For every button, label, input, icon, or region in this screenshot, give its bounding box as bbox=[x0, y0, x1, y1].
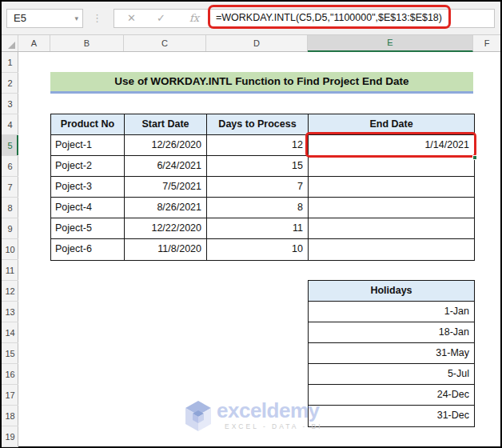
table-row: Poject-5 12/22/2020 11 bbox=[51, 218, 474, 239]
name-box-dropdown-icon[interactable]: ▾ bbox=[74, 10, 78, 27]
product-cell[interactable]: Poject-4 bbox=[51, 198, 125, 218]
row-header-2[interactable]: 2 bbox=[2, 73, 18, 94]
watermark: exceldemy EXCEL - DATA - BI bbox=[184, 399, 323, 433]
table-row: Poject-6 11/8/2020 10 bbox=[51, 239, 474, 260]
column-header-b[interactable]: B bbox=[50, 35, 124, 51]
project-table-header-row: Product No Start Date Days to Process En… bbox=[51, 114, 474, 135]
product-cell[interactable]: Poject-3 bbox=[51, 177, 125, 198]
start-date-cell[interactable]: 11/8/2020 bbox=[125, 239, 207, 260]
row-header-14[interactable]: 14 bbox=[2, 322, 18, 343]
row-header-7[interactable]: 7 bbox=[2, 177, 18, 198]
name-box-input[interactable]: E5 ▾ bbox=[6, 9, 83, 28]
column-header-a[interactable]: A bbox=[18, 35, 50, 51]
days-cell[interactable]: 12 bbox=[207, 135, 309, 156]
corner-triangle-icon bbox=[8, 42, 15, 49]
holiday-cell[interactable]: 18-Jan bbox=[309, 322, 474, 343]
formula-bar-separator-dots-icon: ⋮ bbox=[92, 9, 102, 28]
header-cell-end-date[interactable]: End Date bbox=[309, 114, 474, 135]
formula-bar-strip: E5 ▾ ⋮ ✕ ✓ fx =WORKDAY.INTL(C5,D5,"11000… bbox=[2, 2, 500, 35]
product-cell[interactable]: Poject-5 bbox=[51, 218, 125, 239]
row-header-3[interactable]: 3 bbox=[2, 94, 18, 114]
holiday-cell[interactable]: 5-Jul bbox=[309, 364, 474, 385]
column-header-e-active[interactable]: E bbox=[308, 35, 473, 52]
exceldemy-logo-icon bbox=[184, 399, 213, 433]
end-date-cell[interactable] bbox=[309, 177, 474, 198]
start-date-cell[interactable]: 8/26/2021 bbox=[125, 198, 207, 218]
start-date-cell[interactable]: 12/22/2020 bbox=[125, 218, 207, 239]
row-header-11[interactable]: 11 bbox=[2, 260, 18, 281]
row-header-17[interactable]: 17 bbox=[2, 385, 18, 406]
end-date-cell[interactable] bbox=[309, 218, 474, 239]
column-header-row: A B C D E F bbox=[2, 35, 500, 52]
name-box-value: E5 bbox=[14, 12, 26, 24]
holidays-table: Holidays 1-Jan 18-Jan 31-May 5-Jul 24-De… bbox=[308, 280, 475, 427]
cancel-button[interactable]: ✕ bbox=[127, 10, 136, 27]
table-row: Poject-4 8/26/2021 8 bbox=[51, 198, 474, 218]
row-header-5-active[interactable]: 5 bbox=[2, 135, 18, 156]
holiday-cell[interactable]: 24-Dec bbox=[309, 385, 474, 406]
days-cell[interactable]: 15 bbox=[207, 156, 309, 177]
header-cell-start-date[interactable]: Start Date bbox=[125, 114, 207, 135]
row-header-9[interactable]: 9 bbox=[2, 218, 18, 239]
select-all-button[interactable] bbox=[2, 35, 18, 51]
column-header-d[interactable]: D bbox=[206, 35, 308, 51]
end-date-cell[interactable] bbox=[309, 198, 474, 218]
holiday-cell[interactable]: 31-May bbox=[309, 343, 474, 364]
column-header-c[interactable]: C bbox=[124, 35, 206, 51]
row-header-6[interactable]: 6 bbox=[2, 156, 18, 177]
watermark-tagline: EXCEL - DATA - BI bbox=[217, 422, 323, 430]
row-header-16[interactable]: 16 bbox=[2, 364, 18, 385]
row-header-18[interactable]: 18 bbox=[2, 406, 18, 426]
row-header-15[interactable]: 15 bbox=[2, 343, 18, 364]
formula-input[interactable]: =WORKDAY.INTL(C5,D5,"1100000",$E$13:$E$1… bbox=[216, 9, 446, 28]
excel-window: E5 ▾ ⋮ ✕ ✓ fx =WORKDAY.INTL(C5,D5,"11000… bbox=[2, 2, 500, 446]
header-cell-days-to-process[interactable]: Days to Process bbox=[207, 114, 309, 135]
row-header-8[interactable]: 8 bbox=[2, 198, 18, 218]
fill-handle[interactable] bbox=[472, 155, 477, 160]
holidays-header-cell[interactable]: Holidays bbox=[309, 281, 474, 302]
insert-function-button[interactable]: fx bbox=[189, 10, 199, 27]
header-cell-product-no[interactable]: Product No bbox=[51, 114, 125, 135]
row-header-1[interactable]: 1 bbox=[2, 52, 18, 73]
start-date-cell[interactable]: 7/5/2021 bbox=[125, 177, 207, 198]
row-header-10[interactable]: 10 bbox=[2, 239, 18, 260]
row-header-4[interactable]: 4 bbox=[2, 114, 18, 135]
holiday-cell[interactable]: 31-Dec bbox=[309, 406, 474, 426]
days-cell[interactable]: 8 bbox=[207, 198, 309, 218]
days-cell[interactable]: 10 bbox=[207, 239, 309, 260]
table-row: Poject-2 6/24/2021 15 bbox=[51, 156, 474, 177]
enter-button[interactable]: ✓ bbox=[157, 10, 165, 27]
table-row: Poject-3 7/5/2021 7 bbox=[51, 177, 474, 198]
end-date-cell[interactable] bbox=[309, 156, 474, 177]
start-date-cell[interactable]: 12/26/2020 bbox=[125, 135, 207, 156]
product-cell[interactable]: Poject-1 bbox=[51, 135, 125, 156]
product-cell[interactable]: Poject-6 bbox=[51, 239, 125, 260]
watermark-brand: exceldemy bbox=[217, 399, 323, 422]
start-date-cell[interactable]: 6/24/2021 bbox=[125, 156, 207, 177]
holiday-cell[interactable]: 1-Jan bbox=[309, 302, 474, 322]
watermark-text: exceldemy EXCEL - DATA - BI bbox=[217, 399, 323, 430]
row-header-column: 1 2 3 4 5 6 7 8 9 10 11 12 13 14 15 16 1… bbox=[2, 52, 18, 446]
column-header-f[interactable]: F bbox=[473, 35, 500, 51]
excel-screenshot: E5 ▾ ⋮ ✕ ✓ fx =WORKDAY.INTL(C5,D5,"11000… bbox=[0, 0, 502, 448]
days-cell[interactable]: 7 bbox=[207, 177, 309, 198]
table-row: Poject-1 12/26/2020 12 1/14/2021 bbox=[51, 135, 474, 156]
row-header-13[interactable]: 13 bbox=[2, 302, 18, 322]
row-header-19[interactable]: 19 bbox=[2, 426, 18, 447]
project-table: Product No Start Date Days to Process En… bbox=[50, 114, 475, 261]
days-cell[interactable]: 11 bbox=[207, 218, 309, 239]
title-banner-cell[interactable]: Use of WORKDAY.INTL Function to Find Pro… bbox=[50, 72, 473, 94]
row-header-12[interactable]: 12 bbox=[2, 281, 18, 302]
end-date-cell-e5-active[interactable]: 1/14/2021 bbox=[309, 135, 474, 156]
product-cell[interactable]: Poject-2 bbox=[51, 156, 125, 177]
end-date-cell[interactable] bbox=[309, 239, 474, 260]
